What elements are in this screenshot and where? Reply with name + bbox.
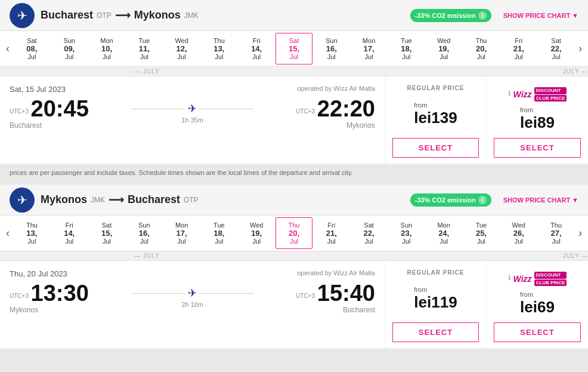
- depart-utc-2: UTC+3: [10, 293, 29, 299]
- arrive-time-2: 15:40: [317, 281, 375, 306]
- date-scroller-2: ‹ Thu 13, Jul Fri 14, Jul Sat 15, Jul Su…: [0, 216, 588, 251]
- date-scroller-1: ‹ Sat 08, Jul Sun 09, Jul Mon 10, Jul Tu…: [0, 31, 588, 67]
- flight1-depart: UTC+3 20:45 Bucharest: [10, 97, 131, 130]
- date-item[interactable]: Fri 14, Jul: [238, 33, 276, 64]
- dates-row-2: Thu 13, Jul Fri 14, Jul Sat 15, Jul Sun …: [13, 217, 575, 249]
- depart-time-1: 20:45: [31, 96, 89, 121]
- flight1-arrive: UTC+3 22:20 Mykonos: [253, 97, 375, 130]
- route-right-2: -33% CO2 emission i SHOW PRICE CHART ▼: [410, 193, 578, 207]
- wizz-logo-1: Wizz DISCOUNT CLUB PRICE: [513, 87, 567, 102]
- month-left-1: — JULY: [0, 67, 294, 76]
- flight-plane-icon-2: ✈: [188, 287, 197, 300]
- flight1-times: UTC+3 20:45 Bucharest ✈ 1h 35m UTC+3 22:…: [10, 97, 375, 130]
- date-item[interactable]: Sun 09, Jul: [51, 33, 88, 64]
- date-item[interactable]: Thu 20, Jul: [463, 33, 500, 64]
- scroll-left-1[interactable]: ‹: [2, 31, 13, 66]
- date-item[interactable]: Tue 18, Jul: [388, 33, 425, 64]
- route-left-2: ✈ Mykonos JMK ⟶ Bucharest OTP: [10, 187, 199, 213]
- date-item[interactable]: Wed 26, Jul: [500, 217, 537, 249]
- regular-price-2: lei119: [414, 293, 457, 312]
- regular-select-1[interactable]: SELECT: [392, 138, 479, 158]
- wizz-price-2: lei69: [520, 298, 555, 316]
- date-item[interactable]: Tue 25, Jul: [463, 217, 500, 249]
- date-item[interactable]: Fri 21, Jul: [312, 217, 350, 249]
- scroll-left-2[interactable]: ‹: [2, 216, 13, 251]
- co2-info-icon-1[interactable]: i: [478, 11, 487, 20]
- flight2-main: Thu, 20 Jul 2023 operated by Wizz Air Ma…: [0, 261, 385, 348]
- wizz-select-2[interactable]: SELECT: [494, 322, 581, 342]
- flight1-middle: ✈ 1h 35m: [131, 97, 253, 124]
- from-city-2: Mykonos: [41, 193, 87, 206]
- show-price-chart-1[interactable]: SHOW PRICE CHART ▼: [503, 12, 578, 19]
- date-item[interactable]: Mon 24, Jul: [425, 217, 463, 249]
- depart-city-2: Mykonos: [10, 306, 131, 314]
- scroll-right-1[interactable]: ›: [575, 31, 586, 66]
- date-item[interactable]: Wed 19, Jul: [238, 217, 276, 249]
- flight-plane-icon-1: ✈: [188, 102, 197, 115]
- to-city-1: Mykonos: [134, 9, 181, 21]
- date-item[interactable]: Thu 13, Jul: [13, 217, 51, 249]
- co2-info-icon-2[interactable]: i: [478, 196, 487, 204]
- to-city-2: Bucharest: [128, 193, 180, 206]
- date-item[interactable]: Sat 15, Jul: [88, 217, 126, 249]
- month-right-2: JULY —: [294, 251, 588, 260]
- flight2-operated: operated by Wizz Air Malta: [297, 269, 375, 276]
- date-item[interactable]: Fri 14, Jul: [51, 217, 88, 249]
- route-left-1: ✈ Bucharest OTP ⟶ Mykonos JMK: [10, 3, 199, 28]
- flight1-date: Sat, 15 Jul 2023: [10, 85, 66, 94]
- route-arrow-2: ⟶: [109, 193, 124, 207]
- wizz-price-col-2: ℹ Wizz DISCOUNT CLUB PRICE from lei69 SE…: [487, 261, 588, 348]
- depart-city-1: Bucharest: [10, 121, 131, 130]
- date-item[interactable]: Thu 20, Jul: [276, 217, 313, 249]
- month-bar-1: — JULY JULY —: [0, 67, 588, 76]
- to-code-2: OTP: [184, 196, 199, 204]
- flight2-route-header: ✈ Mykonos JMK ⟶ Bucharest OTP -33% CO2 e…: [0, 185, 588, 216]
- scroll-right-2[interactable]: ›: [575, 216, 586, 251]
- flight2-arrive: UTC+3 15:40 Bucharest: [253, 282, 375, 314]
- arrive-utc-2: UTC+3: [296, 293, 315, 299]
- depart-time-2: 13:30: [31, 281, 89, 306]
- arrive-utc-1: UTC+3: [296, 108, 315, 115]
- flight2-duration: 2h 10m: [131, 301, 253, 308]
- plane-icon-1: ✈: [10, 3, 35, 28]
- flight2-times: UTC+3 13:30 Mykonos ✈ 2h 10m UTC+3 15:40: [10, 282, 375, 314]
- wizz-info-icon-1[interactable]: ℹ: [508, 89, 511, 97]
- date-item[interactable]: Thu 13, Jul: [200, 33, 238, 64]
- date-item[interactable]: Fri 21, Jul: [500, 33, 537, 64]
- flight1-duration: 1h 35m: [131, 116, 253, 124]
- date-item[interactable]: Sat 22, Jul: [350, 217, 388, 249]
- date-item[interactable]: Mon 17, Jul: [350, 33, 388, 64]
- date-item[interactable]: Sat 15, Jul: [276, 33, 313, 64]
- flight2-middle: ✈ 2h 10m: [131, 282, 253, 308]
- co2-badge-1: -33% CO2 emission i: [410, 9, 491, 22]
- wizz-select-1[interactable]: SELECT: [494, 138, 581, 158]
- date-item[interactable]: Mon 17, Jul: [163, 217, 200, 249]
- show-price-chart-2[interactable]: SHOW PRICE CHART ▼: [503, 196, 578, 204]
- date-item[interactable]: Sun 23, Jul: [388, 217, 425, 249]
- date-item[interactable]: Tue 18, Jul: [200, 217, 238, 249]
- date-item[interactable]: Tue 11, Jul: [125, 33, 163, 64]
- date-item[interactable]: Mon 10, Jul: [88, 33, 126, 64]
- flight2-depart: UTC+3 13:30 Mykonos: [10, 282, 131, 314]
- route-text-1: Bucharest OTP ⟶ Mykonos JMK: [41, 9, 199, 22]
- regular-select-2[interactable]: SELECT: [392, 322, 479, 342]
- date-item[interactable]: Thu 27, Jul: [537, 217, 575, 249]
- date-item[interactable]: Wed 19, Jul: [425, 33, 463, 64]
- depart-utc-1: UTC+3: [10, 108, 29, 115]
- date-item[interactable]: Wed 12, Jul: [163, 33, 200, 64]
- route-arrow-1: ⟶: [115, 9, 131, 22]
- from-city-1: Bucharest: [41, 9, 93, 21]
- disclaimer: prices are per passenger and include tax…: [0, 164, 588, 181]
- date-item[interactable]: Sun 16, Jul: [312, 33, 350, 64]
- to-code-1: JMK: [184, 11, 199, 20]
- date-item[interactable]: Sat 08, Jul: [13, 33, 51, 64]
- dates-row-1: Sat 08, Jul Sun 09, Jul Mon 10, Jul Tue …: [13, 33, 575, 64]
- date-item[interactable]: Sun 16, Jul: [125, 217, 163, 249]
- date-item[interactable]: Sat 22, Jul: [537, 33, 575, 64]
- flight2-card: Thu, 20 Jul 2023 operated by Wizz Air Ma…: [0, 261, 588, 349]
- wizz-from-2: from: [520, 291, 555, 298]
- wizz-logo-2: Wizz DISCOUNT CLUB PRICE: [513, 272, 567, 286]
- wizz-info-icon-2[interactable]: ℹ: [508, 273, 511, 282]
- wizz-price-1: lei89: [520, 113, 555, 132]
- flight1-operated: operated by Wizz Air Malta: [297, 85, 375, 92]
